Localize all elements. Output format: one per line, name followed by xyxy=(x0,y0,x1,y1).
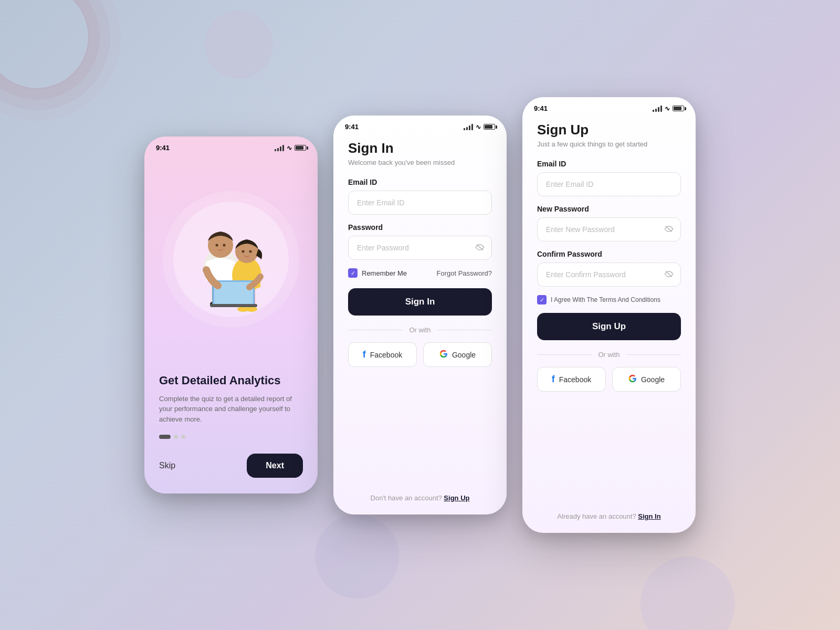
facebook-icon: f xyxy=(363,349,366,360)
signup-link[interactable]: Sign Up xyxy=(444,494,469,502)
battery-icon-1 xyxy=(295,145,306,151)
signin-content: Sign In Welcome back you've been missed … xyxy=(333,135,507,514)
people-figure xyxy=(173,199,289,320)
bottom-text: Don't have an account? xyxy=(371,494,442,502)
email-input[interactable] xyxy=(348,191,492,215)
terms-row: ✓ I Agree With The Terms And Conditions xyxy=(537,295,681,304)
remember-text: Remember Me xyxy=(362,269,407,277)
terms-text: I Agree With The Terms And Conditions xyxy=(551,296,660,303)
svg-point-18 xyxy=(223,244,226,246)
signup-facebook-icon: f xyxy=(552,374,555,385)
onboarding-title: Get Detailed Analytics xyxy=(159,373,303,388)
signup-email-group: Email ID xyxy=(537,160,681,196)
or-text: Or with xyxy=(409,326,430,334)
signup-button[interactable]: Sign Up xyxy=(537,313,681,340)
people-svg xyxy=(173,199,289,320)
terms-checkbox[interactable]: ✓ xyxy=(537,295,547,304)
signal-icon-1 xyxy=(275,145,284,151)
new-password-eye-icon[interactable] xyxy=(664,225,674,234)
status-bar-2: 9:41 ∿ xyxy=(333,116,507,135)
password-label: Password xyxy=(348,223,492,232)
password-wrapper xyxy=(348,236,492,260)
phone-signin: 9:41 ∿ Sign In Welcome back you've been … xyxy=(333,116,507,514)
password-input[interactable] xyxy=(348,236,492,260)
next-button[interactable]: Next xyxy=(247,454,303,478)
time-3: 9:41 xyxy=(534,104,548,112)
signup-facebook-button[interactable]: f Facebook xyxy=(537,367,606,392)
svg-point-20 xyxy=(249,250,252,253)
bg-decoration-circles xyxy=(0,0,89,89)
google-label: Google xyxy=(452,351,476,359)
signup-content: Sign Up Just a few quick things to get s… xyxy=(522,117,696,533)
signup-email-input[interactable] xyxy=(537,172,681,196)
bg-circle-top-mid xyxy=(205,10,273,79)
new-password-group: New Password xyxy=(537,205,681,242)
email-label: Email ID xyxy=(348,178,492,186)
signup-or-text: Or with xyxy=(598,351,620,359)
new-password-label: New Password xyxy=(537,205,681,213)
onboarding-content: Get Detailed Analytics Complete the quiz… xyxy=(144,363,318,494)
battery-icon-2 xyxy=(484,124,495,130)
password-group: Password xyxy=(348,223,492,260)
new-password-input[interactable] xyxy=(537,217,681,242)
signup-divider-left xyxy=(537,354,592,355)
phones-container: 9:41 ∿ xyxy=(144,97,696,533)
facebook-label: Facebook xyxy=(370,351,402,359)
remember-left: ✓ Remember Me xyxy=(348,268,407,278)
onboarding-buttons: Skip Next xyxy=(159,454,303,478)
signup-facebook-label: Facebook xyxy=(559,375,591,384)
confirm-password-input[interactable] xyxy=(537,262,681,287)
divider-left xyxy=(348,330,403,330)
status-icons-3: ∿ xyxy=(653,105,684,112)
signup-or-divider: Or with xyxy=(537,351,681,359)
google-button[interactable]: Google xyxy=(423,342,492,367)
signin-title: Sign In xyxy=(348,140,492,156)
svg-point-13 xyxy=(246,307,257,312)
eye-icon[interactable] xyxy=(475,243,485,253)
phone-onboarding: 9:41 ∿ xyxy=(144,136,318,494)
time-1: 9:41 xyxy=(156,144,170,152)
bg-circle-bottom-right xyxy=(640,556,735,630)
signup-social-buttons: f Facebook Google xyxy=(537,367,681,392)
signal-icon-2 xyxy=(464,124,473,130)
signup-title: Sign Up xyxy=(537,122,681,138)
skip-button[interactable]: Skip xyxy=(159,461,175,470)
onboarding-desc: Complete the quiz to get a detailed repo… xyxy=(159,394,303,425)
or-divider: Or with xyxy=(348,326,492,334)
signup-google-button[interactable]: Google xyxy=(612,367,681,392)
signup-bottom-text: Already have an account? xyxy=(557,512,636,520)
email-group: Email ID xyxy=(348,178,492,215)
svg-point-17 xyxy=(216,244,218,246)
wifi-icon-2: ∿ xyxy=(476,123,481,131)
confirm-password-wrapper xyxy=(537,262,681,287)
remember-checkbox[interactable]: ✓ xyxy=(348,268,358,278)
signin-button[interactable]: Sign In xyxy=(348,288,492,316)
onboarding-illustration xyxy=(144,156,318,363)
status-icons-1: ∿ xyxy=(275,144,306,152)
signup-google-icon xyxy=(628,374,637,385)
google-icon xyxy=(439,350,448,360)
divider-right xyxy=(437,330,492,330)
status-bar-3: 9:41 ∿ xyxy=(522,97,696,117)
signin-subtitle: Welcome back you've been missed xyxy=(348,159,492,166)
svg-point-19 xyxy=(242,250,245,253)
phone-signup: 9:41 ∿ Sign Up Just a few quick things t… xyxy=(522,97,696,533)
forgot-password-link[interactable]: Forgot Password? xyxy=(437,269,492,277)
signup-subtitle: Just a few quick things to get started xyxy=(537,140,681,148)
new-password-wrapper xyxy=(537,217,681,242)
status-icons-2: ∿ xyxy=(464,123,495,131)
social-buttons: f Facebook Google xyxy=(348,342,492,367)
signin-link[interactable]: Sign In xyxy=(638,512,660,520)
wifi-icon-3: ∿ xyxy=(665,105,670,112)
facebook-button[interactable]: f Facebook xyxy=(348,342,417,367)
dots-indicator xyxy=(159,435,303,439)
confirm-password-eye-icon[interactable] xyxy=(664,270,674,279)
remember-row: ✓ Remember Me Forgot Password? xyxy=(348,268,492,278)
dot-2 xyxy=(174,435,178,439)
dot-1 xyxy=(159,435,171,439)
confirm-password-group: Confirm Password xyxy=(537,250,681,287)
signup-google-label: Google xyxy=(641,375,665,384)
signup-email-label: Email ID xyxy=(537,160,681,168)
signup-divider-right xyxy=(626,354,681,355)
signup-bottom-link: Already have an account? Sign In xyxy=(537,512,681,520)
